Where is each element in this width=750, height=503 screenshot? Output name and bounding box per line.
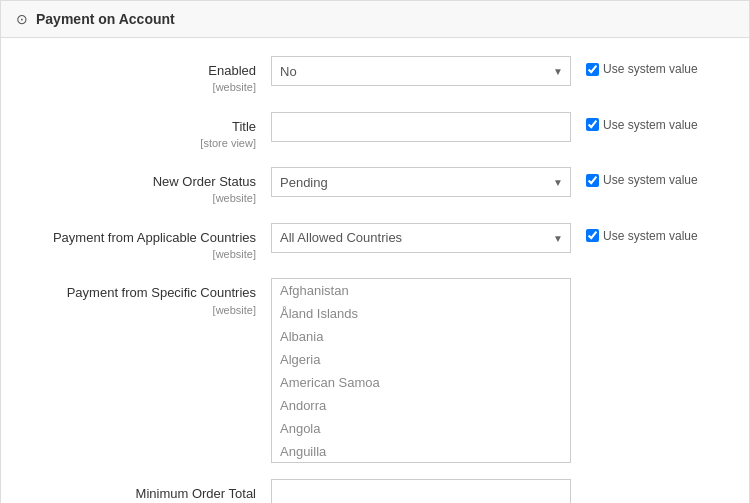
enabled-control: No Yes ▼ (271, 56, 571, 86)
applicable-countries-label: Payment from Applicable Countries [websi… (1, 223, 271, 263)
new-order-status-select[interactable]: Pending Processing Complete (271, 167, 571, 197)
section-header[interactable]: ⊙ Payment on Account (1, 1, 749, 38)
enabled-label: Enabled [website] (1, 56, 271, 96)
minimum-order-total-control (271, 479, 571, 503)
minimum-order-total-label: Minimum Order Total [website] (1, 479, 271, 503)
list-item[interactable]: Afghanistan (272, 279, 570, 302)
toggle-icon: ⊙ (16, 11, 28, 27)
minimum-order-total-row: Minimum Order Total [website] (1, 471, 749, 503)
applicable-countries-system-value-label[interactable]: Use system value (586, 229, 698, 243)
enabled-system-value-label[interactable]: Use system value (586, 62, 698, 76)
applicable-countries-select[interactable]: All Allowed Countries Specific Countries (271, 223, 571, 253)
new-order-status-row: New Order Status [website] Pending Proce… (1, 159, 749, 215)
applicable-countries-system-value-checkbox[interactable] (586, 229, 599, 242)
title-input[interactable]: Payment on Account (271, 112, 571, 142)
new-order-status-control: Pending Processing Complete ▼ (271, 167, 571, 197)
title-system-value-label[interactable]: Use system value (586, 118, 698, 132)
title-system-value-checkbox[interactable] (586, 118, 599, 131)
applicable-countries-control: All Allowed Countries Specific Countries… (271, 223, 571, 253)
enabled-system-value-checkbox[interactable] (586, 63, 599, 76)
list-item[interactable]: Albania (272, 325, 570, 348)
list-item[interactable]: Algeria (272, 348, 570, 371)
enabled-select[interactable]: No Yes (271, 56, 571, 86)
list-item[interactable]: American Samoa (272, 371, 570, 394)
specific-countries-row: Payment from Specific Countries [website… (1, 270, 749, 471)
specific-countries-label: Payment from Specific Countries [website… (1, 278, 271, 318)
new-order-status-system-value-checkbox[interactable] (586, 174, 599, 187)
specific-countries-control: Afghanistan Åland Islands Albania Algeri… (271, 278, 571, 463)
title-row: Title [store view] Payment on Account Us… (1, 104, 749, 160)
new-order-status-label: New Order Status [website] (1, 167, 271, 207)
list-item[interactable]: Åland Islands (272, 302, 570, 325)
enabled-system-value: Use system value (571, 56, 731, 76)
applicable-countries-select-wrapper: All Allowed Countries Specific Countries… (271, 223, 571, 253)
section-title: Payment on Account (36, 11, 175, 27)
section-content: Enabled [website] No Yes ▼ Use system va… (1, 38, 749, 503)
enabled-row: Enabled [website] No Yes ▼ Use system va… (1, 48, 749, 104)
applicable-countries-row: Payment from Applicable Countries [websi… (1, 215, 749, 271)
list-item[interactable]: Andorra (272, 394, 570, 417)
title-label: Title [store view] (1, 112, 271, 152)
new-order-status-system-value: Use system value (571, 167, 731, 187)
title-system-value: Use system value (571, 112, 731, 132)
title-control: Payment on Account (271, 112, 571, 142)
minimum-order-total-input[interactable] (271, 479, 571, 503)
list-item[interactable]: Anguilla (272, 440, 570, 463)
new-order-status-select-wrapper: Pending Processing Complete ▼ (271, 167, 571, 197)
list-item[interactable]: Angola (272, 417, 570, 440)
specific-countries-listbox[interactable]: Afghanistan Åland Islands Albania Algeri… (271, 278, 571, 463)
applicable-countries-system-value: Use system value (571, 223, 731, 243)
page-container: ⊙ Payment on Account Enabled [website] N… (0, 0, 750, 503)
new-order-status-system-value-label[interactable]: Use system value (586, 173, 698, 187)
enabled-select-wrapper: No Yes ▼ (271, 56, 571, 86)
